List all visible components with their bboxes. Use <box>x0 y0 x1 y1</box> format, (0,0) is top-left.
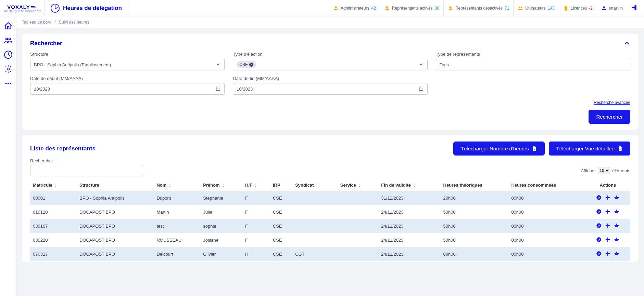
eye-icon <box>596 237 602 243</box>
handshake-icon <box>614 208 620 215</box>
cell-structure: DOCAPOST BPO <box>77 205 154 219</box>
election-select[interactable]: CSE ✕ <box>233 59 427 70</box>
cell-hf: F <box>242 233 270 247</box>
cell-theor: 20h00 <box>441 191 509 205</box>
election-tag[interactable]: CSE ✕ <box>237 61 256 68</box>
remove-tag-icon[interactable]: ✕ <box>249 63 253 67</box>
brand-logo[interactable]: VOXALY UNE MARQUE DE DOCAPOSTE <box>0 0 45 16</box>
current-user[interactable]: snaulin <box>597 0 627 16</box>
col-structure[interactable]: Structure <box>77 179 154 191</box>
handshake-action[interactable] <box>614 223 620 230</box>
cell-hf: F <box>242 219 270 233</box>
view-action[interactable] <box>596 223 602 230</box>
table-search-input[interactable] <box>30 165 143 176</box>
view-action[interactable] <box>596 237 602 244</box>
cell-nom: Delcourt <box>154 247 200 261</box>
cell-matricule: 070317 <box>30 247 77 261</box>
nav-settings[interactable] <box>3 64 13 74</box>
handshake-action[interactable] <box>614 237 620 244</box>
add-action[interactable] <box>605 251 611 258</box>
add-action[interactable] <box>605 194 611 202</box>
col-hf[interactable]: H/F <box>242 179 270 191</box>
cell-irp: CSE <box>270 205 292 219</box>
col-theor: Heures théoriques <box>441 179 509 191</box>
stat-licenses[interactable]: Licences -2 <box>559 0 597 16</box>
col-fin[interactable]: Fin de validité <box>378 179 440 191</box>
advanced-search-link[interactable]: Recherche avancée <box>594 100 630 105</box>
stat-label: Utilisateurs <box>525 6 545 11</box>
nav-hours[interactable] <box>3 50 13 59</box>
handshake-action[interactable] <box>614 194 620 202</box>
stat-count: 42 <box>371 6 376 11</box>
view-action[interactable] <box>596 251 602 258</box>
cell-hf: H <box>242 247 270 261</box>
dateend-input[interactable]: 10/2023 <box>233 83 427 95</box>
user-name: snaulin <box>609 5 623 11</box>
cell-irp: CSE <box>270 247 292 261</box>
cell-structure: DOCAPOST BPO <box>77 219 154 233</box>
table-row: 030107DOCAPOST BPOtestsophieFCSE24/11/20… <box>30 219 630 233</box>
add-action[interactable] <box>605 208 611 216</box>
col-prenom[interactable]: Prénom <box>200 179 242 191</box>
reptype-select[interactable]: Tous <box>436 59 630 70</box>
eye-icon <box>596 208 602 215</box>
collapse-button[interactable] <box>623 40 630 48</box>
sort-icon <box>356 183 362 188</box>
col-nom[interactable]: Nom <box>154 179 200 191</box>
col-matricule[interactable]: Matricule <box>30 179 77 191</box>
logout-button[interactable] <box>627 4 639 12</box>
add-action[interactable] <box>605 237 611 244</box>
download-hours-button[interactable]: Télécharger Nombre d'heures <box>453 142 545 156</box>
cell-theor: 50h00 <box>441 219 509 233</box>
calendar-icon[interactable] <box>418 86 424 92</box>
sort-icon <box>220 183 225 188</box>
search-title: Rechercher <box>30 40 62 47</box>
table-row: 030220DOCAPOST BPOROUSSEAUJosianeFCSE24/… <box>30 233 630 247</box>
datestart-input[interactable]: 10/2023 <box>30 83 225 95</box>
nav-more[interactable] <box>3 79 13 88</box>
col-syndicat[interactable]: Syndicat <box>292 179 338 191</box>
cell-fin: 24/11/2023 <box>378 205 440 219</box>
cell-conso: 00h00 <box>508 233 585 247</box>
view-action[interactable] <box>596 208 602 216</box>
structure-value: BPO - Sophia Antipolis (Etablissement) <box>34 62 111 67</box>
home-icon <box>4 22 13 30</box>
handshake-action[interactable] <box>614 251 620 258</box>
handshake-action[interactable] <box>614 208 620 216</box>
stat-users[interactable]: Utilisateurs 143 <box>513 0 558 16</box>
users-icon <box>518 5 523 11</box>
download-hours-label: Télécharger Nombre d'heures <box>461 146 529 151</box>
page-size-select[interactable]: 10 <box>598 167 610 174</box>
cell-fin: 24/11/2023 <box>378 219 440 233</box>
stat-count: 71 <box>505 6 509 11</box>
stat-reps-inactive[interactable]: Représentants désactivés 71 <box>443 0 513 16</box>
col-service[interactable]: Service <box>338 179 379 191</box>
breadcrumb-root[interactable]: Tableau de bord <box>22 20 51 25</box>
stat-count: 30 <box>435 6 439 11</box>
user-icon <box>601 5 607 11</box>
search-button[interactable]: Rechercher <box>589 110 630 124</box>
structure-select[interactable]: BPO - Sophia Antipolis (Etablissement) <box>30 59 225 70</box>
nav-representatives[interactable] <box>3 36 13 45</box>
cell-prenom: Josiane <box>200 233 242 247</box>
stat-reps-active[interactable]: Représentants activés 30 <box>380 0 443 16</box>
stat-admins[interactable]: Administrateurs 42 <box>329 0 380 16</box>
download-detail-button[interactable]: Télécharger Vue détaillée <box>549 142 630 156</box>
cell-conso: 00h00 <box>508 205 585 219</box>
col-irp[interactable]: IRP <box>270 179 292 191</box>
cell-service <box>338 191 379 205</box>
table-row: 00001BPO - Sophia AntipolisDupontStéphan… <box>30 191 630 205</box>
cell-fin: 24/11/2023 <box>378 233 440 247</box>
plus-icon <box>605 194 611 201</box>
clock-icon <box>4 50 13 59</box>
view-action[interactable] <box>596 194 602 202</box>
group-icon <box>4 36 13 45</box>
cell-structure: DOCAPOST BPO <box>77 247 154 261</box>
nav-home[interactable] <box>3 21 13 31</box>
add-action[interactable] <box>605 223 611 230</box>
show-label: Afficher <box>581 168 596 173</box>
calendar-icon[interactable] <box>215 86 221 92</box>
plus-icon <box>605 237 611 243</box>
cell-actions <box>585 191 630 205</box>
cell-service <box>338 205 379 219</box>
